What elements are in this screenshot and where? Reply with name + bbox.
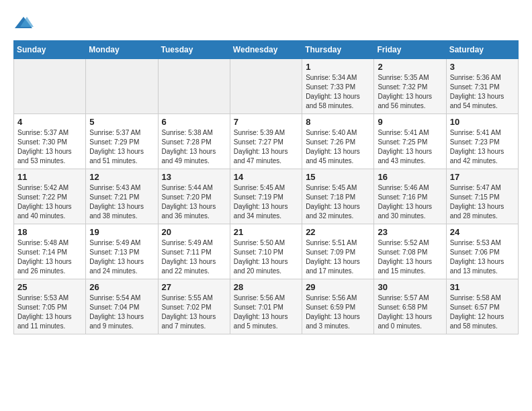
day-info: Sunrise: 5:44 AM Sunset: 7:20 PM Dayligh… bbox=[162, 183, 226, 221]
calendar-cell: 15Sunrise: 5:45 AM Sunset: 7:18 PM Dayli… bbox=[302, 169, 374, 224]
calendar-header-row: SundayMondayTuesdayWednesdayThursdayFrid… bbox=[14, 41, 519, 59]
day-number: 1 bbox=[306, 62, 370, 72]
calendar-week-row: 25Sunrise: 5:53 AM Sunset: 7:05 PM Dayli… bbox=[14, 279, 519, 334]
day-number: 13 bbox=[162, 172, 226, 182]
calendar-cell: 26Sunrise: 5:54 AM Sunset: 7:04 PM Dayli… bbox=[86, 279, 158, 334]
calendar-table: SundayMondayTuesdayWednesdayThursdayFrid… bbox=[13, 40, 519, 334]
weekday-header-friday: Friday bbox=[374, 41, 446, 59]
day-info: Sunrise: 5:49 AM Sunset: 7:11 PM Dayligh… bbox=[162, 238, 226, 276]
weekday-header-tuesday: Tuesday bbox=[158, 41, 230, 59]
calendar-cell: 21Sunrise: 5:50 AM Sunset: 7:10 PM Dayli… bbox=[230, 224, 302, 279]
day-info: Sunrise: 5:55 AM Sunset: 7:02 PM Dayligh… bbox=[162, 293, 226, 331]
day-info: Sunrise: 5:56 AM Sunset: 6:59 PM Dayligh… bbox=[306, 293, 370, 331]
day-info: Sunrise: 5:43 AM Sunset: 7:21 PM Dayligh… bbox=[89, 183, 154, 221]
day-number: 10 bbox=[450, 117, 515, 127]
day-info: Sunrise: 5:37 AM Sunset: 7:30 PM Dayligh… bbox=[17, 128, 82, 166]
calendar-cell bbox=[158, 59, 230, 114]
calendar-cell: 4Sunrise: 5:37 AM Sunset: 7:30 PM Daylig… bbox=[14, 114, 86, 169]
calendar-week-row: 1Sunrise: 5:34 AM Sunset: 7:33 PM Daylig… bbox=[14, 59, 519, 114]
day-number: 26 bbox=[89, 282, 154, 292]
calendar-cell: 9Sunrise: 5:41 AM Sunset: 7:25 PM Daylig… bbox=[374, 114, 446, 169]
calendar-cell: 13Sunrise: 5:44 AM Sunset: 7:20 PM Dayli… bbox=[158, 169, 230, 224]
day-info: Sunrise: 5:47 AM Sunset: 7:15 PM Dayligh… bbox=[450, 183, 515, 221]
day-info: Sunrise: 5:51 AM Sunset: 7:09 PM Dayligh… bbox=[306, 238, 370, 276]
calendar-cell: 17Sunrise: 5:47 AM Sunset: 7:15 PM Dayli… bbox=[446, 169, 518, 224]
day-number: 16 bbox=[378, 172, 442, 182]
day-number: 5 bbox=[89, 117, 154, 127]
calendar-cell: 18Sunrise: 5:48 AM Sunset: 7:14 PM Dayli… bbox=[14, 224, 86, 279]
day-number: 17 bbox=[450, 172, 515, 182]
day-number: 4 bbox=[17, 117, 82, 127]
calendar-cell: 29Sunrise: 5:56 AM Sunset: 6:59 PM Dayli… bbox=[302, 279, 374, 334]
day-info: Sunrise: 5:39 AM Sunset: 7:27 PM Dayligh… bbox=[234, 128, 298, 166]
calendar-cell: 25Sunrise: 5:53 AM Sunset: 7:05 PM Dayli… bbox=[14, 279, 86, 334]
calendar-cell bbox=[14, 59, 86, 114]
weekday-header-thursday: Thursday bbox=[302, 41, 374, 59]
day-info: Sunrise: 5:41 AM Sunset: 7:25 PM Dayligh… bbox=[378, 128, 442, 166]
day-info: Sunrise: 5:57 AM Sunset: 6:58 PM Dayligh… bbox=[378, 293, 442, 331]
day-number: 3 bbox=[450, 62, 515, 72]
day-info: Sunrise: 5:56 AM Sunset: 7:01 PM Dayligh… bbox=[234, 293, 298, 331]
calendar-cell: 10Sunrise: 5:41 AM Sunset: 7:23 PM Dayli… bbox=[446, 114, 518, 169]
day-info: Sunrise: 5:37 AM Sunset: 7:29 PM Dayligh… bbox=[89, 128, 154, 166]
calendar-cell: 14Sunrise: 5:45 AM Sunset: 7:19 PM Dayli… bbox=[230, 169, 302, 224]
calendar-cell: 7Sunrise: 5:39 AM Sunset: 7:27 PM Daylig… bbox=[230, 114, 302, 169]
day-info: Sunrise: 5:42 AM Sunset: 7:22 PM Dayligh… bbox=[17, 183, 82, 221]
calendar-cell: 2Sunrise: 5:35 AM Sunset: 7:32 PM Daylig… bbox=[374, 59, 446, 114]
day-number: 19 bbox=[89, 227, 154, 237]
day-number: 11 bbox=[17, 172, 82, 182]
day-info: Sunrise: 5:48 AM Sunset: 7:14 PM Dayligh… bbox=[17, 238, 82, 276]
calendar-cell: 22Sunrise: 5:51 AM Sunset: 7:09 PM Dayli… bbox=[302, 224, 374, 279]
day-info: Sunrise: 5:49 AM Sunset: 7:13 PM Dayligh… bbox=[89, 238, 154, 276]
calendar-week-row: 4Sunrise: 5:37 AM Sunset: 7:30 PM Daylig… bbox=[14, 114, 519, 169]
calendar-cell: 8Sunrise: 5:40 AM Sunset: 7:26 PM Daylig… bbox=[302, 114, 374, 169]
day-number: 18 bbox=[17, 227, 82, 237]
day-number: 7 bbox=[234, 117, 298, 127]
day-info: Sunrise: 5:52 AM Sunset: 7:08 PM Dayligh… bbox=[378, 238, 442, 276]
day-number: 29 bbox=[306, 282, 370, 292]
day-number: 30 bbox=[378, 282, 442, 292]
calendar-cell: 1Sunrise: 5:34 AM Sunset: 7:33 PM Daylig… bbox=[302, 59, 374, 114]
weekday-header-sunday: Sunday bbox=[14, 41, 86, 59]
day-number: 31 bbox=[450, 282, 515, 292]
calendar-cell: 5Sunrise: 5:37 AM Sunset: 7:29 PM Daylig… bbox=[86, 114, 158, 169]
calendar-cell: 12Sunrise: 5:43 AM Sunset: 7:21 PM Dayli… bbox=[86, 169, 158, 224]
calendar-cell bbox=[230, 59, 302, 114]
calendar-cell: 16Sunrise: 5:46 AM Sunset: 7:16 PM Dayli… bbox=[374, 169, 446, 224]
calendar-cell: 11Sunrise: 5:42 AM Sunset: 7:22 PM Dayli… bbox=[14, 169, 86, 224]
day-info: Sunrise: 5:54 AM Sunset: 7:04 PM Dayligh… bbox=[89, 293, 154, 331]
calendar-cell: 19Sunrise: 5:49 AM Sunset: 7:13 PM Dayli… bbox=[86, 224, 158, 279]
calendar-week-row: 11Sunrise: 5:42 AM Sunset: 7:22 PM Dayli… bbox=[14, 169, 519, 224]
day-number: 27 bbox=[162, 282, 226, 292]
calendar-cell: 31Sunrise: 5:58 AM Sunset: 6:57 PM Dayli… bbox=[446, 279, 518, 334]
day-number: 9 bbox=[378, 117, 442, 127]
day-number: 21 bbox=[234, 227, 298, 237]
day-number: 6 bbox=[162, 117, 226, 127]
day-info: Sunrise: 5:50 AM Sunset: 7:10 PM Dayligh… bbox=[234, 238, 298, 276]
calendar-cell: 3Sunrise: 5:36 AM Sunset: 7:31 PM Daylig… bbox=[446, 59, 518, 114]
day-number: 20 bbox=[162, 227, 226, 237]
day-number: 23 bbox=[378, 227, 442, 237]
logo bbox=[13, 13, 36, 34]
day-number: 8 bbox=[306, 117, 370, 127]
logo-icon bbox=[13, 13, 34, 34]
day-info: Sunrise: 5:45 AM Sunset: 7:19 PM Dayligh… bbox=[234, 183, 298, 221]
calendar-cell: 20Sunrise: 5:49 AM Sunset: 7:11 PM Dayli… bbox=[158, 224, 230, 279]
calendar-cell: 24Sunrise: 5:53 AM Sunset: 7:06 PM Dayli… bbox=[446, 224, 518, 279]
day-number: 28 bbox=[234, 282, 298, 292]
day-number: 12 bbox=[89, 172, 154, 182]
day-info: Sunrise: 5:53 AM Sunset: 7:05 PM Dayligh… bbox=[17, 293, 82, 331]
day-info: Sunrise: 5:38 AM Sunset: 7:28 PM Dayligh… bbox=[162, 128, 226, 166]
calendar-week-row: 18Sunrise: 5:48 AM Sunset: 7:14 PM Dayli… bbox=[14, 224, 519, 279]
day-number: 25 bbox=[17, 282, 82, 292]
day-info: Sunrise: 5:46 AM Sunset: 7:16 PM Dayligh… bbox=[378, 183, 442, 221]
day-info: Sunrise: 5:36 AM Sunset: 7:31 PM Dayligh… bbox=[450, 73, 515, 111]
day-number: 22 bbox=[306, 227, 370, 237]
weekday-header-wednesday: Wednesday bbox=[230, 41, 302, 59]
calendar-cell: 6Sunrise: 5:38 AM Sunset: 7:28 PM Daylig… bbox=[158, 114, 230, 169]
day-info: Sunrise: 5:41 AM Sunset: 7:23 PM Dayligh… bbox=[450, 128, 515, 166]
day-number: 15 bbox=[306, 172, 370, 182]
calendar-cell: 30Sunrise: 5:57 AM Sunset: 6:58 PM Dayli… bbox=[374, 279, 446, 334]
calendar-cell bbox=[86, 59, 158, 114]
page-header bbox=[13, 13, 519, 34]
